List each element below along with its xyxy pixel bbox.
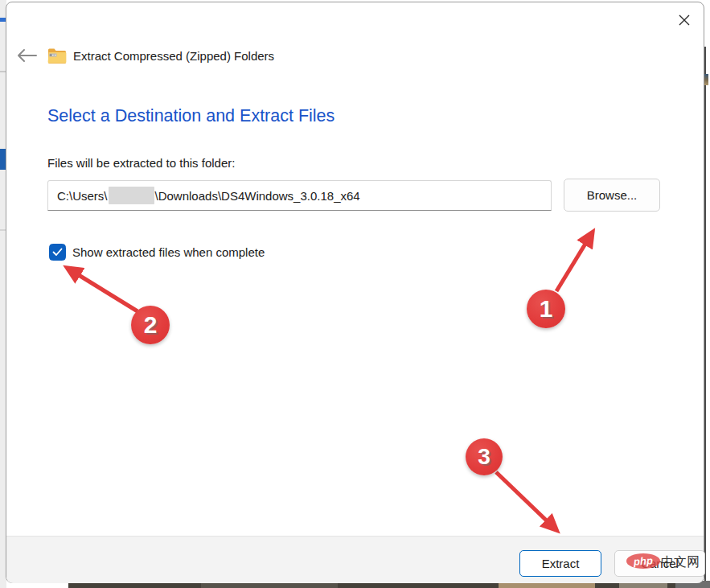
close-button[interactable]	[672, 9, 696, 31]
browse-button[interactable]: Browse...	[564, 179, 660, 212]
annotation-badge-1: 1	[527, 290, 565, 328]
background-divider-mark	[0, 71, 6, 72]
close-icon	[678, 14, 691, 27]
checkmark-icon	[52, 245, 63, 260]
destination-label: Files will be extracted to this folder:	[47, 156, 235, 170]
extract-zip-dialog: Extract Compressed (Zipped) Folders Sele…	[6, 2, 704, 583]
background-window-border	[704, 47, 706, 581]
page-heading: Select a Destination and Extract Files	[47, 106, 334, 126]
show-files-checkbox-label[interactable]: Show extracted files when complete	[72, 245, 265, 259]
background-accent-mark	[0, 149, 6, 170]
redacted-username	[109, 187, 154, 204]
extract-button[interactable]: Extract	[519, 550, 601, 577]
annotation-badge-3: 3	[466, 438, 503, 475]
dialog-title: Extract Compressed (Zipped) Folders	[73, 49, 274, 63]
show-files-checkbox-row: Show extracted files when complete	[49, 244, 265, 261]
dialog-footer: Extract Cancel	[6, 536, 704, 583]
destination-path-input[interactable]: C:\Users\\Downloads\DS4Windows_3.0.18_x6…	[47, 180, 552, 211]
background-divider-mark	[0, 229, 6, 231]
cancel-button[interactable]: Cancel	[614, 550, 705, 577]
path-prefix: C:\Users\	[57, 189, 108, 203]
back-button[interactable]	[13, 45, 40, 68]
path-suffix: \Downloads\DS4Windows_3.0.18_x64	[155, 189, 360, 203]
background-accent-mark	[0, 18, 6, 22]
zipped-folder-icon	[47, 47, 67, 64]
show-files-checkbox[interactable]	[49, 244, 66, 261]
back-arrow-icon	[15, 47, 38, 66]
annotation-badge-2: 2	[131, 306, 170, 344]
